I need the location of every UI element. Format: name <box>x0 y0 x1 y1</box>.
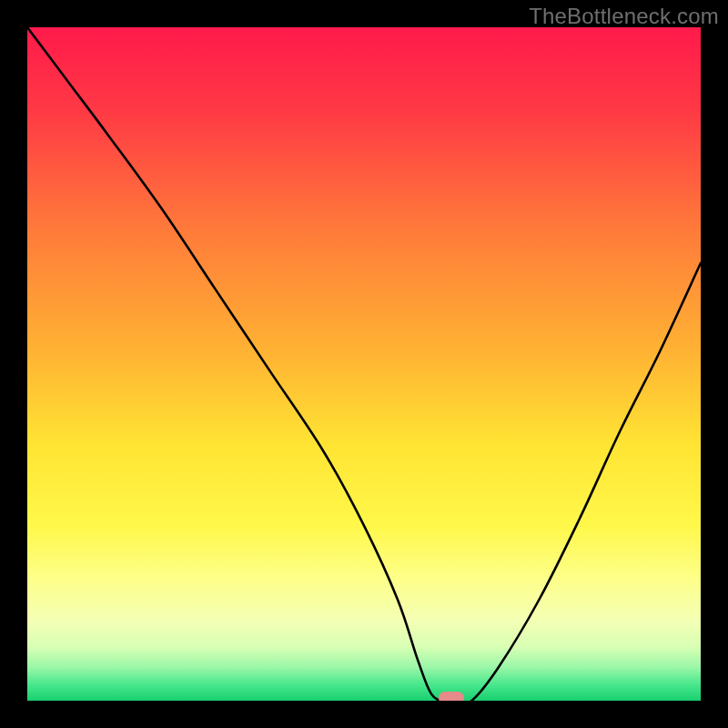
optimal-marker <box>439 692 464 701</box>
chart-stage: TheBottleneck.com <box>0 0 728 728</box>
curve-svg <box>27 27 701 701</box>
bottleneck-curve-path <box>27 27 701 701</box>
watermark-text: TheBottleneck.com <box>529 4 719 29</box>
plot-area <box>27 27 701 701</box>
